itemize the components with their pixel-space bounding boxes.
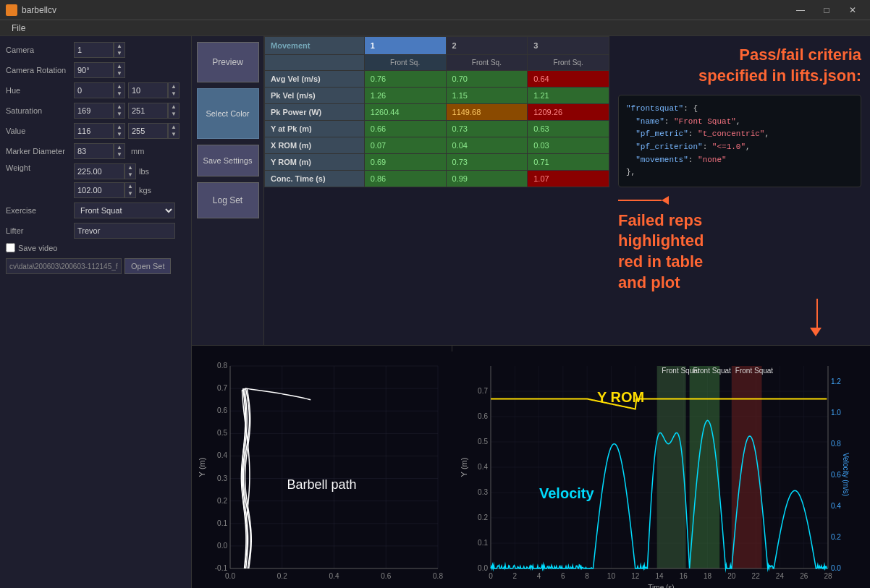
code-block: "frontsquat": { "name": "Front Squat", "…	[618, 95, 861, 187]
value-label: Value	[6, 127, 71, 135]
weight-lbs-input[interactable]	[74, 163, 124, 179]
weight-lbs-down[interactable]: ▼	[125, 171, 135, 179]
row-label: Y ROM (m)	[265, 154, 365, 171]
code-val-name: "Front Squat"	[674, 117, 736, 126]
file-path-input[interactable]	[6, 258, 122, 274]
weight-lbs-unit: lbs	[139, 167, 149, 176]
row-label: Pk Power (W)	[265, 104, 365, 121]
minimize-button[interactable]: —	[789, 3, 812, 17]
arrow-line-left	[618, 200, 662, 201]
sat-min-input[interactable]	[74, 103, 114, 119]
annotation-title: Pass/fail criteriaspecified in lifts.jso…	[618, 45, 861, 86]
weight-lbs-up[interactable]: ▲	[125, 164, 135, 171]
file-menu[interactable]: File	[6, 22, 31, 35]
camera-input[interactable]	[74, 42, 114, 58]
camera-rotation-input[interactable]	[74, 62, 114, 78]
open-set-button[interactable]: Open Set	[124, 258, 171, 274]
velocity-label: Velocity	[539, 485, 594, 502]
sat-min-down[interactable]: ▼	[114, 111, 124, 118]
col-1[interactable]: 1	[364, 37, 446, 55]
hue-label: Hue	[6, 86, 71, 95]
save-video-checkbox[interactable]	[6, 243, 15, 252]
barbell-chart: Barbell path	[192, 346, 452, 588]
col-movement: Movement	[265, 37, 365, 55]
annotation-area: Pass/fail criteriaspecified in lifts.jso…	[609, 36, 870, 345]
sat-max-down[interactable]: ▼	[169, 111, 179, 118]
camera-spinner: ▲ ▼	[74, 42, 125, 58]
weight-kgs-up[interactable]: ▲	[125, 183, 135, 190]
val-min-input[interactable]	[74, 123, 114, 139]
sat-max-input[interactable]	[128, 103, 168, 119]
exercise-label: Exercise	[6, 206, 71, 215]
marker-diameter-input[interactable]	[74, 143, 114, 159]
marker-diameter-down[interactable]: ▼	[114, 151, 124, 158]
val-max-arrows: ▲ ▼	[168, 123, 180, 139]
row-label: Pk Vel (m/s)	[265, 88, 365, 104]
camera-row: Camera ▲ ▼	[6, 42, 185, 58]
log-set-button[interactable]: Log Set	[197, 182, 259, 218]
code-key-movements: "movements"	[635, 155, 688, 164]
weight-kgs-input[interactable]	[74, 182, 124, 198]
camera-rotation-spinner: ▲ ▼	[74, 62, 125, 78]
weight-kgs-down[interactable]: ▼	[125, 190, 135, 197]
lifter-input[interactable]	[74, 223, 175, 239]
save-video-row: Save video	[6, 243, 185, 252]
exercise-select[interactable]: Front Squat	[74, 203, 175, 218]
subtitle-1: Front Sq.	[364, 55, 446, 71]
subtitle-2: Front Sq.	[446, 55, 528, 71]
camera-rotation-row: Camera Rotation ▲ ▼	[6, 62, 185, 78]
code-key-name: "name"	[635, 117, 664, 126]
sat-min-arrows: ▲ ▼	[114, 103, 125, 119]
cell-c2: 0.73	[446, 121, 528, 137]
select-color-button[interactable]: Select Color	[197, 88, 259, 139]
hue-max-up[interactable]: ▲	[169, 83, 179, 90]
sat-min-up[interactable]: ▲	[114, 103, 124, 111]
arrow-section	[618, 196, 861, 205]
top-area: Preview Select Color Save Settings Log S…	[192, 36, 870, 345]
cell-c3: 1209.26	[528, 104, 609, 121]
main-content: Camera ▲ ▼ Camera Rotation ▲ ▼ Hue	[0, 36, 870, 588]
camera-spin-arrows: ▲ ▼	[114, 42, 125, 58]
cell-c2: 0.73	[446, 154, 528, 171]
exercise-row: Exercise Front Squat	[6, 203, 185, 218]
camera-spin-down[interactable]: ▼	[114, 50, 124, 57]
cell-c3: 0.71	[528, 154, 609, 171]
col-3[interactable]: 3	[528, 37, 609, 55]
hue-max-input[interactable]	[128, 82, 168, 98]
maximize-button[interactable]: □	[815, 3, 838, 17]
marker-unit-label: mm	[131, 147, 153, 155]
close-button[interactable]: ✕	[841, 3, 864, 17]
camera-rotation-up[interactable]: ▲	[114, 63, 124, 70]
val-max-up[interactable]: ▲	[169, 124, 179, 131]
sat-max-up[interactable]: ▲	[169, 103, 179, 111]
save-settings-button[interactable]: Save Settings	[197, 145, 259, 176]
val-min-up[interactable]: ▲	[114, 124, 124, 131]
yrom-label: Y ROM	[597, 389, 644, 406]
sat-max-arrows: ▲ ▼	[168, 103, 180, 119]
arrow-down-section	[618, 299, 861, 336]
camera-spin-up[interactable]: ▲	[114, 43, 124, 50]
camera-rotation-down[interactable]: ▼	[114, 70, 124, 77]
val-max-down[interactable]: ▼	[169, 131, 179, 138]
preview-button[interactable]: Preview	[197, 42, 259, 82]
saturation-spinners: ▲ ▼ ▲ ▼	[74, 103, 180, 119]
row-label: Y at Pk (m)	[265, 121, 365, 137]
bottom-area: Barbell path Velocity Y ROM Time (s) Vel…	[192, 345, 870, 588]
val-max-input[interactable]	[128, 123, 168, 139]
camera-rotation-arrows: ▲ ▼	[114, 62, 125, 78]
sat-min-spinner: ▲ ▼	[74, 103, 125, 119]
val-min-down[interactable]: ▼	[114, 131, 124, 138]
menubar: File	[0, 20, 870, 36]
col-2[interactable]: 2	[446, 37, 528, 55]
table-subtitle-row: Front Sq. Front Sq. Front Sq.	[265, 55, 609, 71]
hue-min-input[interactable]	[74, 82, 114, 98]
marker-diameter-up[interactable]: ▲	[114, 144, 124, 151]
cell-c1: 0.86	[364, 171, 446, 187]
hue-min-down[interactable]: ▼	[114, 90, 124, 98]
cell-c1: 0.07	[364, 137, 446, 154]
table-header-row: Movement 1 2 3	[265, 37, 609, 55]
table-row: Avg Vel (m/s)0.760.700.64	[265, 71, 609, 88]
hue-max-down[interactable]: ▼	[169, 90, 179, 98]
data-table: Movement 1 2 3 Front Sq. Front Sq. Front…	[264, 36, 609, 187]
hue-min-up[interactable]: ▲	[114, 83, 124, 90]
